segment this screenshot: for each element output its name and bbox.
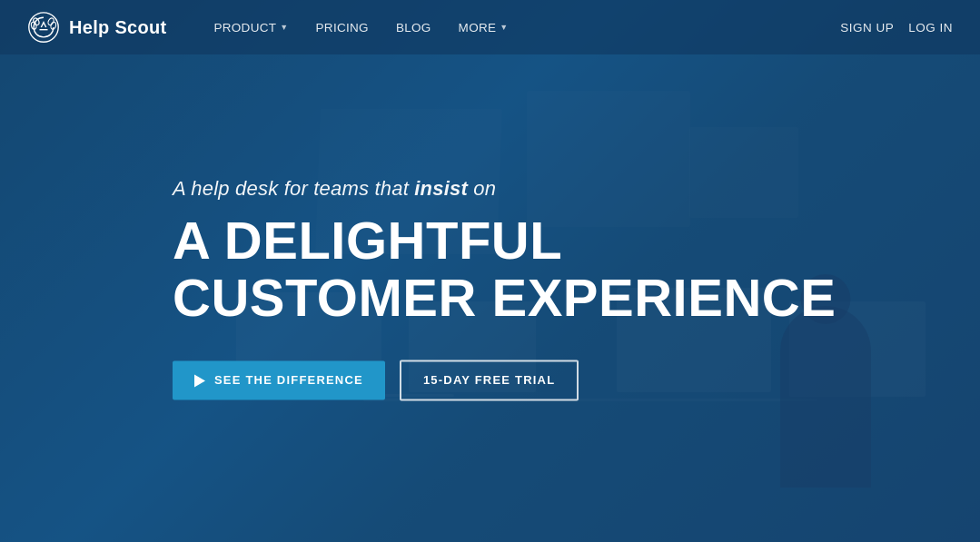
nav-login-link[interactable]: LOG IN <box>908 21 953 34</box>
free-trial-button[interactable]: 15-DAY FREE TRIAL <box>400 360 579 401</box>
hero-section: Help Scout PRODUCT ▼ PRICING BLOG MORE ▼… <box>0 0 980 542</box>
more-dropdown-icon: ▼ <box>500 23 508 32</box>
nav-brand[interactable]: Help Scout <box>27 11 166 44</box>
nav-signup-link[interactable]: SIGN UP <box>840 21 894 34</box>
hero-content: A help desk for teams that insist on A D… <box>173 177 836 401</box>
play-icon <box>194 374 205 387</box>
hero-buttons: SEE THE DIFFERENCE 15-DAY FREE TRIAL <box>173 360 836 401</box>
free-trial-label: 15-DAY FREE TRIAL <box>423 374 555 388</box>
nav-link-product[interactable]: PRODUCT ▼ <box>203 15 299 40</box>
hero-subtitle-text-1: A help desk for teams that <box>173 177 414 200</box>
brand-logo-icon <box>27 11 60 44</box>
navbar: Help Scout PRODUCT ▼ PRICING BLOG MORE ▼… <box>0 0 980 54</box>
see-difference-label: SEE THE DIFFERENCE <box>214 374 363 388</box>
nav-right-links: SIGN UP LOG IN <box>840 21 953 34</box>
hero-subtitle: A help desk for teams that insist on <box>173 177 836 201</box>
nav-link-pricing[interactable]: PRICING <box>305 15 380 40</box>
hero-subtitle-text-2: on <box>468 177 496 200</box>
nav-links: PRODUCT ▼ PRICING BLOG MORE ▼ <box>203 15 519 40</box>
hero-title-line2: CUSTOMER EXPERIENCE <box>173 269 836 328</box>
product-dropdown-icon: ▼ <box>280 23 288 32</box>
nav-link-more[interactable]: MORE ▼ <box>448 15 520 40</box>
hero-subtitle-em: insist <box>414 177 468 200</box>
see-difference-button[interactable]: SEE THE DIFFERENCE <box>173 361 385 400</box>
nav-link-blog[interactable]: BLOG <box>385 15 442 40</box>
hero-title-line1: A DELIGHTFUL <box>173 211 562 270</box>
hero-title: A DELIGHTFUL CUSTOMER EXPERIENCE <box>173 212 836 328</box>
brand-name: Help Scout <box>69 17 166 38</box>
